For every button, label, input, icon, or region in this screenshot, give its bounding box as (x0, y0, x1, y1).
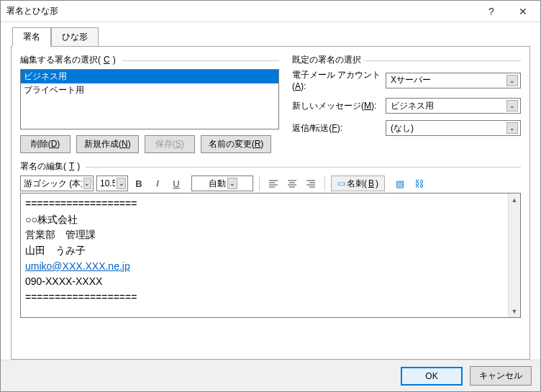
chevron-down-icon: ⌄ (506, 75, 518, 86)
dialog-window: 署名とひな形 ? ✕ 署名 ひな形 編集する署名の選択(C) ビジネス用 (0, 0, 541, 392)
bold-button[interactable]: B (131, 176, 147, 191)
edit-group: 署名の編集(T) 游ゴシック (本文の ⌄ 10.5 ⌄ B I U (20, 160, 521, 318)
left-column: 編集する署名の選択(C) ビジネス用 プライベート用 削除(D) 新規作成(N)… (20, 54, 279, 153)
font-color-select[interactable]: 自動 ⌄ (191, 176, 253, 191)
default-signature-label: 既定の署名の選択 (292, 54, 521, 66)
list-item[interactable]: プライベート用 (21, 83, 278, 97)
editor-wrap: =================== ○○株式会社 営業部 管理課 山田 うみ… (20, 193, 521, 318)
account-select[interactable]: Xサーバー ⌄ (386, 73, 521, 88)
chevron-down-icon: ⌄ (83, 178, 91, 189)
italic-button[interactable]: I (150, 176, 165, 191)
chevron-down-icon: ⌄ (506, 100, 518, 111)
editor-scrollbar[interactable]: ▲ ▼ (508, 193, 520, 317)
editor-line: =================== (25, 290, 504, 306)
align-left-button[interactable] (265, 176, 281, 191)
editor-line: 090-XXXX-XXXX (25, 274, 504, 290)
cancel-button[interactable]: キャンセル (470, 366, 532, 386)
align-right-button[interactable] (303, 176, 319, 191)
scroll-down-icon[interactable]: ▼ (509, 305, 520, 317)
edit-signature-label: 署名の編集(T) (20, 160, 521, 173)
editor-line: =================== (25, 196, 504, 212)
chevron-down-icon: ⌄ (117, 178, 126, 189)
account-label: 電子メール アカウント(A): (292, 69, 386, 91)
signature-listbox[interactable]: ビジネス用 プライベート用 (20, 69, 279, 129)
account-row: 電子メール アカウント(A): Xサーバー ⌄ (292, 69, 521, 91)
list-item[interactable]: ビジネス用 (21, 70, 278, 83)
ok-button[interactable]: OK (401, 367, 463, 386)
font-size-select[interactable]: 10.5 ⌄ (96, 176, 128, 191)
titlebar: 署名とひな形 ? ✕ (1, 1, 540, 22)
newmsg-select[interactable]: ビジネス用 ⌄ (386, 98, 521, 114)
help-button[interactable]: ? (476, 1, 507, 22)
scroll-up-icon[interactable]: ▲ (509, 193, 520, 206)
chevron-down-icon: ⌄ (506, 122, 518, 134)
business-card-button[interactable]: ▭ 名刺(B) (331, 176, 385, 191)
chevron-down-icon: ⌄ (227, 178, 237, 189)
separator (324, 176, 325, 191)
signature-editor[interactable]: =================== ○○株式会社 営業部 管理課 山田 うみ… (21, 193, 508, 317)
underline-button[interactable]: U (168, 176, 184, 191)
card-icon: ▭ (337, 178, 345, 188)
reply-label: 返信/転送(F): (292, 122, 386, 135)
tab-template[interactable]: ひな形 (51, 27, 99, 47)
tab-panel: 編集する署名の選択(C) ビジネス用 プライベート用 削除(D) 新規作成(N)… (11, 46, 530, 360)
editor-line: 山田 うみ子 (25, 243, 504, 259)
insert-image-button[interactable]: ▧ (392, 176, 408, 191)
save-button[interactable]: 保存(S) (145, 135, 195, 153)
close-button[interactable]: ✕ (507, 1, 539, 22)
editor-toolbar: 游ゴシック (本文の ⌄ 10.5 ⌄ B I U 自動 ⌄ (20, 176, 521, 191)
editor-line: ○○株式会社 (25, 212, 504, 228)
insert-link-button[interactable]: ⛓ (411, 176, 427, 191)
top-row: 編集する署名の選択(C) ビジネス用 プライベート用 削除(D) 新規作成(N)… (20, 54, 521, 153)
tab-strip: 署名 ひな形 (12, 27, 530, 46)
align-center-button[interactable] (284, 176, 300, 191)
new-button[interactable]: 新規作成(N) (76, 135, 139, 153)
dialog-body: 署名 ひな形 編集する署名の選択(C) ビジネス用 プライベート用 (1, 22, 540, 360)
rename-button[interactable]: 名前の変更(R) (201, 135, 272, 153)
delete-button[interactable]: 削除(D) (20, 135, 71, 153)
newmsg-row: 新しいメッセージ(M): ビジネス用 ⌄ (292, 98, 521, 114)
tab-signature[interactable]: 署名 (12, 27, 51, 47)
reply-select[interactable]: (なし) ⌄ (386, 120, 521, 136)
select-signature-label: 編集する署名の選択(C) (20, 54, 279, 66)
font-name-select[interactable]: 游ゴシック (本文の ⌄ (20, 176, 94, 191)
reply-row: 返信/転送(F): (なし) ⌄ (292, 120, 521, 136)
list-button-row: 削除(D) 新規作成(N) 保存(S) 名前の変更(R) (20, 135, 279, 153)
newmsg-label: 新しいメッセージ(M): (292, 100, 386, 112)
right-column: 既定の署名の選択 電子メール アカウント(A): Xサーバー ⌄ 新しいメッセー… (292, 54, 521, 153)
window-title: 署名とひな形 (6, 5, 476, 17)
dialog-footer: OK キャンセル (1, 360, 540, 391)
editor-line: 営業部 管理課 (25, 227, 504, 243)
editor-line: umiko@XXX.XXX.ne.jp (25, 259, 504, 275)
separator (259, 176, 260, 191)
